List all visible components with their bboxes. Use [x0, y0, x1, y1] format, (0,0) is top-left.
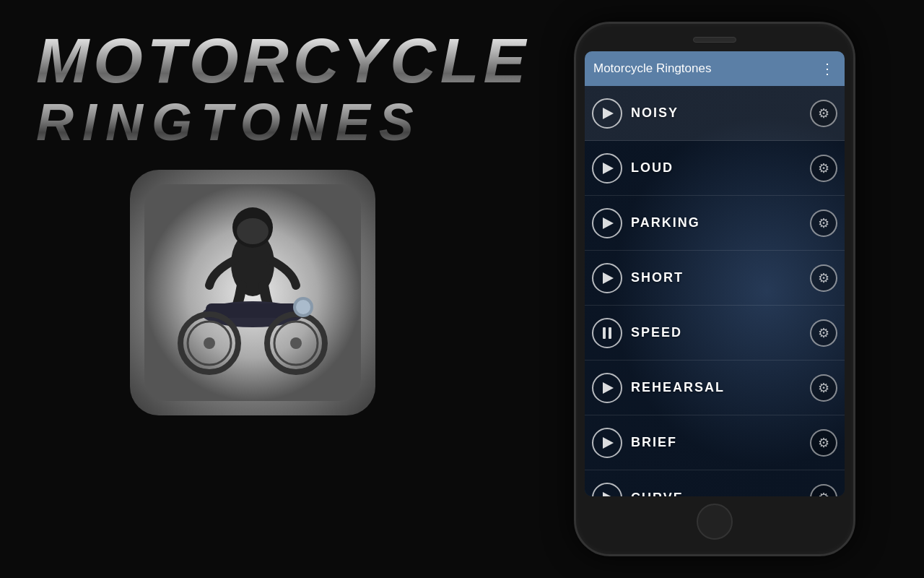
settings-button-noisy[interactable]: ⚙ — [810, 100, 837, 127]
phone-device: Motorcycle Ringtones ⋮ NOISY⚙LOUD⚙PARKIN… — [574, 22, 855, 556]
title-ringtones: RINGTONES — [36, 96, 422, 148]
play-icon — [603, 492, 614, 496]
gear-icon: ⚙ — [818, 490, 829, 496]
pause-icon — [603, 327, 611, 339]
play-button[interactable] — [592, 483, 622, 496]
ringtone-item-rehearsal[interactable]: REHEARSAL⚙ — [585, 361, 845, 415]
ringtone-name-parking: PARKING — [631, 215, 810, 230]
play-button[interactable] — [592, 208, 622, 238]
gear-icon: ⚙ — [818, 160, 829, 176]
gear-icon: ⚙ — [818, 380, 829, 396]
play-button[interactable] — [592, 153, 622, 184]
header-menu-icon[interactable]: ⋮ — [820, 60, 836, 77]
ringtone-name-speed: SPEED — [631, 325, 810, 340]
settings-button-speed[interactable]: ⚙ — [810, 319, 837, 347]
svg-point-13 — [296, 300, 310, 314]
phone-home-button[interactable] — [697, 504, 733, 540]
left-panel: MOTORCYCLE RINGTONES — [0, 0, 505, 578]
settings-button-loud[interactable]: ⚙ — [810, 155, 837, 182]
ringtone-name-short: SHORT — [631, 270, 810, 285]
settings-button-short[interactable]: ⚙ — [810, 264, 837, 292]
ringtone-items-container: NOISY⚙LOUD⚙PARKING⚙SHORT⚙SPEED⚙REHEARSAL… — [585, 86, 845, 496]
ringtone-item-loud[interactable]: LOUD⚙ — [585, 141, 845, 196]
app-title: Motorcycle Ringtones — [593, 61, 711, 76]
ringtone-item-curve[interactable]: CURVE⚙ — [585, 470, 845, 496]
ringtone-list: NOISY⚙LOUD⚙PARKING⚙SHORT⚙SPEED⚙REHEARSAL… — [585, 86, 845, 496]
ringtone-item-speed[interactable]: SPEED⚙ — [585, 306, 845, 361]
gear-icon: ⚙ — [818, 215, 829, 231]
app-icon — [130, 170, 375, 415]
ringtone-name-rehearsal: REHEARSAL — [631, 380, 810, 395]
play-icon — [603, 163, 614, 174]
gear-icon: ⚙ — [818, 325, 829, 341]
phone-speaker — [693, 37, 736, 43]
ringtone-item-brief[interactable]: BRIEF⚙ — [585, 415, 845, 470]
play-button[interactable] — [592, 373, 622, 403]
play-icon — [603, 437, 614, 449]
settings-button-rehearsal[interactable]: ⚙ — [810, 374, 837, 402]
gear-icon: ⚙ — [818, 270, 829, 286]
ringtone-name-brief: BRIEF — [631, 435, 810, 450]
play-icon — [603, 217, 614, 229]
title-motorcycle: MOTORCYCLE — [36, 29, 530, 92]
play-button[interactable] — [592, 428, 622, 458]
pause-button[interactable] — [592, 318, 622, 348]
app-header: Motorcycle Ringtones ⋮ — [585, 51, 845, 86]
svg-point-8 — [290, 337, 302, 349]
ringtone-name-curve: CURVE — [631, 491, 810, 497]
ringtone-name-loud: LOUD — [631, 160, 810, 176]
settings-button-brief[interactable]: ⚙ — [810, 429, 837, 457]
play-icon — [603, 272, 614, 284]
ringtone-item-noisy[interactable]: NOISY⚙ — [585, 86, 845, 141]
gear-icon: ⚙ — [818, 105, 829, 121]
motorcycle-illustration — [144, 184, 361, 401]
svg-point-3 — [237, 218, 269, 244]
gear-icon: ⚙ — [818, 435, 829, 451]
play-button[interactable] — [592, 263, 622, 293]
settings-button-parking[interactable]: ⚙ — [810, 210, 837, 237]
ringtone-name-noisy: NOISY — [631, 105, 810, 121]
play-icon — [603, 108, 614, 119]
play-button[interactable] — [592, 98, 622, 129]
ringtone-item-short[interactable]: SHORT⚙ — [585, 251, 845, 306]
ringtone-item-parking[interactable]: PARKING⚙ — [585, 196, 845, 251]
svg-point-11 — [204, 337, 215, 349]
play-icon — [603, 382, 614, 394]
phone-screen: Motorcycle Ringtones ⋮ NOISY⚙LOUD⚙PARKIN… — [585, 51, 845, 496]
settings-button-curve[interactable]: ⚙ — [810, 484, 837, 496]
right-panel: Motorcycle Ringtones ⋮ NOISY⚙LOUD⚙PARKIN… — [505, 0, 924, 578]
